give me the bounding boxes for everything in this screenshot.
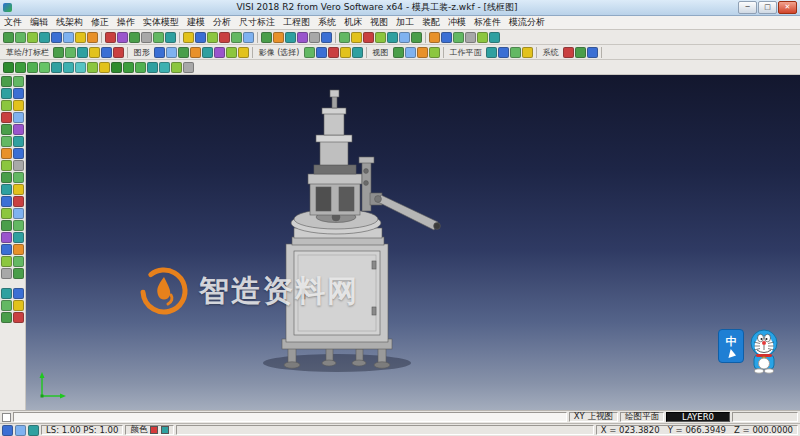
toolbar-icon[interactable] — [309, 32, 320, 43]
assistant-tag[interactable]: 中 — [718, 329, 744, 363]
toolbar-icon[interactable] — [13, 232, 24, 243]
toolbar-icon[interactable] — [1, 232, 12, 243]
toolbar-icon[interactable] — [153, 32, 164, 43]
cad-model-machine[interactable] — [26, 75, 800, 410]
toolbar-icon[interactable] — [13, 208, 24, 219]
toolbar-icon[interactable] — [51, 32, 62, 43]
toolbar-icon[interactable] — [340, 47, 351, 58]
toolbar-icon[interactable] — [51, 62, 62, 73]
menu-item[interactable]: 加工 — [392, 16, 418, 29]
toolbar-icon[interactable] — [1, 268, 12, 279]
toolbar-icon[interactable] — [453, 32, 464, 43]
toolbar-icon[interactable] — [63, 62, 74, 73]
toolbar-icon[interactable] — [429, 47, 440, 58]
toolbar-icon[interactable] — [1, 136, 12, 147]
toolbar-icon[interactable] — [441, 32, 452, 43]
toolbar-icon[interactable] — [13, 88, 24, 99]
toolbar-icon[interactable] — [53, 47, 64, 58]
toolbar-icon[interactable] — [15, 425, 26, 436]
toolbar-icon[interactable] — [1, 196, 12, 207]
toolbar-icon[interactable] — [39, 62, 50, 73]
toolbar-icon[interactable] — [522, 47, 533, 58]
menu-item[interactable]: 模流分析 — [505, 16, 549, 29]
toolbar-icon[interactable] — [154, 47, 165, 58]
toolbar-icon[interactable] — [465, 32, 476, 43]
viewport-3d[interactable]: 智造资料网 中 — [26, 75, 800, 410]
toolbar-icon[interactable] — [563, 47, 574, 58]
toolbar-icon[interactable] — [190, 47, 201, 58]
menu-item[interactable]: 编辑 — [26, 16, 52, 29]
toolbar-icon[interactable] — [13, 112, 24, 123]
toolbar-icon[interactable] — [214, 47, 225, 58]
toolbar-icon[interactable] — [304, 47, 315, 58]
toolbar-icon[interactable] — [27, 62, 38, 73]
toolbar-icon[interactable] — [3, 62, 14, 73]
toolbar-icon[interactable] — [1, 288, 12, 299]
toolbar-icon[interactable] — [63, 32, 74, 43]
toolbar-icon[interactable] — [1, 148, 12, 159]
toolbar-icon[interactable] — [411, 32, 422, 43]
toolbar-icon[interactable] — [117, 32, 128, 43]
toolbar-icon[interactable] — [13, 268, 24, 279]
toolbar-icon[interactable] — [238, 47, 249, 58]
toolbar-icon[interactable] — [261, 32, 272, 43]
menu-item[interactable]: 视图 — [366, 16, 392, 29]
toolbar-icon[interactable] — [273, 32, 284, 43]
toolbar-icon[interactable] — [219, 32, 230, 43]
toolbar-icon[interactable] — [351, 32, 362, 43]
toolbar-icon[interactable] — [28, 425, 39, 436]
toolbar-icon[interactable] — [1, 312, 12, 323]
toolbar-icon[interactable] — [207, 32, 218, 43]
toolbar-icon[interactable] — [1, 256, 12, 267]
minimize-button[interactable]: ─ — [738, 1, 757, 14]
view-indicator[interactable]: XY 上视图 — [569, 412, 618, 422]
layer-indicator[interactable]: LAYER0 — [666, 412, 730, 422]
toolbar-icon[interactable] — [1, 76, 12, 87]
toolbar-icon[interactable] — [87, 62, 98, 73]
toolbar-icon[interactable] — [243, 32, 254, 43]
toolbar-icon[interactable] — [498, 47, 509, 58]
toolbar-icon[interactable] — [13, 256, 24, 267]
menu-item[interactable]: 装配 — [418, 16, 444, 29]
menu-item[interactable]: 尺寸标注 — [235, 16, 279, 29]
toolbar-icon[interactable] — [195, 32, 206, 43]
toolbar-icon[interactable] — [159, 62, 170, 73]
toolbar-icon[interactable] — [89, 47, 100, 58]
toolbar-icon[interactable] — [129, 32, 140, 43]
menu-item[interactable]: 分析 — [209, 16, 235, 29]
toolbar-icon[interactable] — [75, 32, 86, 43]
assistant-widget[interactable]: 中 — [718, 329, 782, 375]
toolbar-icon[interactable] — [477, 32, 488, 43]
toolbar-icon[interactable] — [1, 244, 12, 255]
toolbar-icon[interactable] — [111, 62, 122, 73]
menu-item[interactable]: 系统 — [314, 16, 340, 29]
toolbar-icon[interactable] — [399, 32, 410, 43]
toolbar-icon[interactable] — [375, 32, 386, 43]
toolbar-icon[interactable] — [1, 88, 12, 99]
toolbar-icon[interactable] — [13, 148, 24, 159]
menu-item[interactable]: 建模 — [183, 16, 209, 29]
toolbar-icon[interactable] — [1, 100, 12, 111]
toolbar-icon[interactable] — [171, 62, 182, 73]
toolbar-icon[interactable] — [486, 47, 497, 58]
toolbar-icon[interactable] — [123, 62, 134, 73]
toolbar-icon[interactable] — [13, 160, 24, 171]
toolbar-icon[interactable] — [575, 47, 586, 58]
toolbar-icon[interactable] — [352, 47, 363, 58]
toolbar-icon[interactable] — [15, 62, 26, 73]
toolbar-icon[interactable] — [417, 47, 428, 58]
toolbar-icon[interactable] — [77, 47, 88, 58]
toolbar-icon[interactable] — [105, 32, 116, 43]
snap-checkbox[interactable] — [2, 413, 11, 422]
toolbar-icon[interactable] — [99, 62, 110, 73]
menu-item[interactable]: 标准件 — [470, 16, 505, 29]
menu-item[interactable]: 线架构 — [52, 16, 87, 29]
toolbar-icon[interactable] — [202, 47, 213, 58]
toolbar-icon[interactable] — [165, 32, 176, 43]
toolbar-icon[interactable] — [363, 32, 374, 43]
toolbar-icon[interactable] — [328, 47, 339, 58]
toolbar-icon[interactable] — [1, 160, 12, 171]
command-input[interactable] — [13, 412, 567, 422]
toolbar-icon[interactable] — [178, 47, 189, 58]
toolbar-icon[interactable] — [13, 184, 24, 195]
